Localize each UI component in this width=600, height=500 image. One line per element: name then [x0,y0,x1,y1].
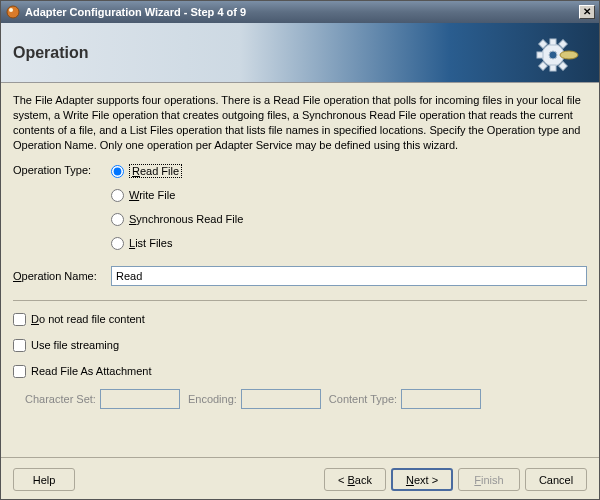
charset-label: Character Set: [25,393,96,405]
wizard-footer: Help < Back Next > Finish Cancel [1,457,599,500]
finish-button: Finish [458,468,520,491]
wizard-header: Operation [1,23,599,83]
content-type-label: Content Type: [329,393,397,405]
checkbox-do-not-read[interactable]: Do not read file content [13,311,587,327]
charset-input [100,389,180,409]
svg-rect-3 [550,39,556,45]
window-title: Adapter Configuration Wizard - Step 4 of… [25,6,579,18]
encoding-input [241,389,321,409]
back-button[interactable]: < Back [324,468,386,491]
svg-point-12 [560,51,578,59]
radio-write-file-label: Write File [129,189,175,201]
radio-read-file-label: Read File [129,164,182,178]
checkbox-streaming[interactable]: Use file streaming [13,337,587,353]
operation-type-radios: Read File Write File Synchronous Read Fi… [111,162,587,258]
operation-name-input[interactable] [111,266,587,286]
checkbox-attachment-input[interactable] [13,365,26,378]
radio-read-file-input[interactable] [111,165,124,178]
checkbox-streaming-input[interactable] [13,339,26,352]
radio-list-files-label: List Files [129,237,172,249]
radio-list-files[interactable]: List Files [111,234,587,252]
wizard-content: The File Adapter supports four operation… [1,83,599,457]
svg-rect-5 [537,52,543,58]
radio-sync-read-file[interactable]: Synchronous Read File [111,210,587,228]
gear-icon [535,33,579,79]
description-text: The File Adapter supports four operation… [13,93,587,152]
operation-type-row: Operation Type: Read File Write File Syn… [13,162,587,258]
operation-name-row: Operation Name: [13,266,587,286]
radio-write-file-input[interactable] [111,189,124,202]
checkbox-do-not-read-label: Do not read file content [31,313,145,325]
content-type-input [401,389,481,409]
close-icon[interactable]: ✕ [579,5,595,19]
checkbox-streaming-label: Use file streaming [31,339,119,351]
checkbox-attachment-label: Read File As Attachment [31,365,151,377]
page-title: Operation [13,44,89,62]
svg-rect-4 [550,65,556,71]
cancel-button[interactable]: Cancel [525,468,587,491]
next-button[interactable]: Next > [391,468,453,491]
radio-sync-read-file-input[interactable] [111,213,124,226]
radio-read-file[interactable]: Read File [111,162,587,180]
radio-sync-read-file-label: Synchronous Read File [129,213,243,225]
svg-point-0 [7,6,19,18]
radio-write-file[interactable]: Write File [111,186,587,204]
encoding-label: Encoding: [188,393,237,405]
svg-point-1 [9,8,13,12]
operation-name-label: Operation Name: [13,270,111,282]
app-icon [5,4,21,20]
svg-point-11 [549,51,557,59]
operation-type-label: Operation Type: [13,162,111,176]
separator [13,300,587,301]
attachment-fields: Character Set: Encoding: Content Type: [25,389,587,409]
checkbox-attachment[interactable]: Read File As Attachment [13,363,587,379]
help-button[interactable]: Help [13,468,75,491]
window-titlebar: Adapter Configuration Wizard - Step 4 of… [1,1,599,23]
checkbox-do-not-read-input[interactable] [13,313,26,326]
radio-list-files-input[interactable] [111,237,124,250]
